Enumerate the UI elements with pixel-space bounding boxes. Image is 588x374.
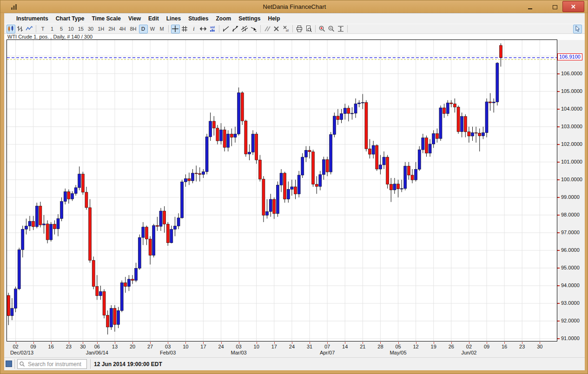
price-axis-tick — [557, 73, 560, 74]
minimize-button[interactable] — [523, 3, 536, 11]
time-axis-label: 16 — [502, 344, 507, 349]
price-axis-tick — [557, 338, 560, 339]
candlestick-canvas — [7, 40, 557, 341]
price-axis-label: 103.0000 — [561, 124, 582, 129]
search-input[interactable] — [27, 360, 86, 368]
last-update-timestamp: 12 Jun 2014 19:00:00 EDT — [94, 358, 162, 371]
line-chart-button[interactable] — [25, 25, 34, 33]
time-axis-label: 16 — [48, 344, 54, 349]
volume-button[interactable]: vol — [208, 25, 217, 33]
minimize-icon — [528, 8, 532, 9]
timescale-10min-button[interactable]: 10 — [66, 25, 76, 33]
time-axis-month-label: Mar/03 — [231, 350, 246, 355]
timescale-5min-button[interactable]: 5 — [57, 25, 66, 33]
time-axis-label: 07 — [324, 344, 330, 349]
toolbar: T151015301H2H4H8HDWMivolall — [4, 24, 585, 34]
fit-vertical-button[interactable] — [337, 25, 345, 33]
delete-line-button[interactable] — [272, 25, 281, 33]
time-axis-month-label: May/05 — [390, 350, 406, 355]
timescale-monthly-button[interactable]: M — [158, 25, 166, 33]
close-button[interactable]: ✕ — [562, 1, 584, 12]
timescale-8h-button[interactable]: 8H — [128, 25, 138, 33]
timescale-15min-button[interactable]: 15 — [76, 25, 86, 33]
print-button[interactable] — [295, 25, 304, 33]
trendline-arrow-button[interactable] — [231, 25, 240, 33]
grid-button[interactable] — [180, 25, 189, 33]
price-axis-label: 92.0000 — [561, 318, 580, 323]
channel-button[interactable] — [240, 25, 249, 33]
time-axis-month-label: Feb/03 — [160, 350, 176, 355]
timescale-4h-button[interactable]: 4H — [117, 25, 127, 33]
chart-instrument-label: WTI Crude 1. pos. , Daily, # 140 / 300 — [7, 34, 92, 39]
last-price-marker: 106.9100 — [557, 53, 582, 60]
zoom-in-button[interactable] — [318, 25, 327, 33]
timescale-daily-button[interactable]: D — [139, 25, 148, 33]
price-axis-label: 102.0000 — [561, 141, 582, 147]
menu-instruments[interactable]: Instruments — [13, 14, 52, 23]
time-axis-label: 14 — [342, 344, 348, 349]
time-axis-label: 28 — [377, 344, 383, 349]
timescale-30min-button[interactable]: 30 — [86, 25, 95, 33]
time-axis-label: 02 — [466, 344, 472, 349]
price-axis[interactable]: 107.0000106.0000105.0000104.0000103.0000… — [557, 40, 585, 351]
toolbar-separator — [219, 25, 219, 33]
price-axis-tick — [557, 215, 560, 216]
time-axis-label: 03 — [236, 344, 241, 349]
zoom-out-button[interactable] — [327, 25, 336, 33]
delete-all-lines-button[interactable]: all — [282, 25, 291, 33]
price-axis-label: 96.0000 — [561, 247, 580, 253]
info-button[interactable]: i — [190, 25, 198, 33]
instrument-search — [17, 359, 87, 369]
maximize-button[interactable] — [549, 3, 561, 11]
chart-plot[interactable] — [7, 39, 557, 341]
price-axis-tick — [557, 321, 560, 322]
menu-help[interactable]: Help — [264, 14, 284, 23]
toolbar-separator — [347, 25, 348, 33]
price-axis-tick — [557, 232, 560, 233]
search-icon — [19, 361, 26, 367]
bar-chart-button[interactable] — [16, 25, 25, 33]
menu-edit[interactable]: Edit — [145, 14, 163, 23]
price-axis-label: 106.0000 — [561, 71, 582, 76]
svg-text:i: i — [193, 26, 194, 32]
menu-chart-type[interactable]: Chart Type — [52, 14, 88, 23]
time-axis-label: 31 — [307, 344, 312, 349]
time-axis-label: 21 — [360, 344, 365, 349]
price-axis-label: 91.0000 — [561, 335, 580, 341]
menu-settings[interactable]: Settings — [235, 14, 264, 23]
crosshair-button[interactable] — [171, 25, 180, 33]
scroll-horizontal-button[interactable] — [199, 25, 208, 33]
price-axis-label: 100.0000 — [561, 177, 582, 182]
time-axis-label: 12 — [413, 344, 418, 349]
time-axis-label: 09 — [31, 344, 36, 349]
time-axis-label: 17 — [271, 344, 277, 349]
candlestick-chart-button[interactable] — [7, 25, 15, 33]
ray-button[interactable] — [250, 25, 258, 33]
print-preview-button[interactable] — [304, 25, 313, 33]
parallel-lines-button[interactable] — [263, 25, 272, 33]
time-axis-label: 24 — [218, 344, 224, 349]
timescale-weekly-button[interactable]: W — [148, 25, 157, 33]
menu-view[interactable]: View — [125, 14, 145, 23]
price-axis-tick — [557, 303, 560, 304]
time-axis[interactable]: 0209162330061320270310172403101724310714… — [7, 342, 562, 357]
time-axis-label: 30 — [80, 344, 86, 349]
menu-lines[interactable]: Lines — [163, 14, 185, 23]
timescale-1h-button[interactable]: 1H — [96, 25, 106, 33]
timescale-1min-button[interactable]: 1 — [48, 25, 57, 33]
timescale-2h-button[interactable]: 2H — [106, 25, 117, 33]
time-axis-label: 17 — [200, 344, 206, 349]
timescale-tick-button[interactable]: T — [39, 25, 47, 33]
price-axis-tick — [557, 268, 560, 269]
pointer-button[interactable] — [573, 25, 582, 33]
menu-time-scale[interactable]: Time Scale — [88, 14, 124, 23]
app-window: NetDania FinanceChart ✕ InstrumentsChart… — [0, 0, 588, 374]
toolbar-separator — [292, 25, 293, 33]
time-axis-label: 13 — [112, 344, 118, 349]
price-axis-tick — [557, 109, 560, 110]
toolbar-separator — [315, 25, 316, 33]
trendline-button[interactable] — [222, 25, 231, 33]
time-axis-label: 09 — [484, 344, 489, 349]
menu-studies[interactable]: Studies — [185, 14, 212, 23]
menu-zoom[interactable]: Zoom — [212, 14, 235, 23]
